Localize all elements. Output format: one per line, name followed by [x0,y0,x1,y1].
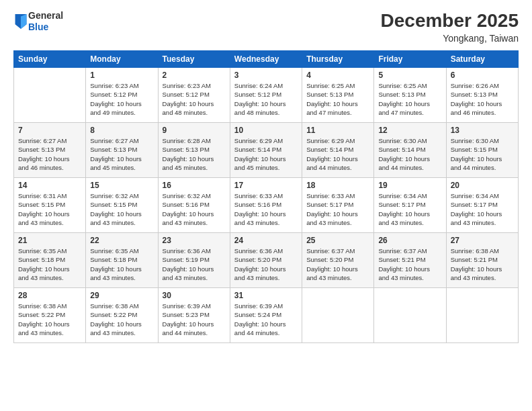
calendar-cell: 10Sunrise: 6:29 AMSunset: 5:14 PMDayligh… [230,123,302,178]
calendar-cell [374,288,446,343]
day-number: 1 [90,71,153,80]
location: Yongkang, Taiwan [381,33,519,44]
calendar-cell: 17Sunrise: 6:33 AMSunset: 5:16 PMDayligh… [230,178,302,233]
day-number: 17 [234,181,298,190]
day-number: 3 [234,71,298,80]
calendar-cell: 14Sunrise: 6:31 AMSunset: 5:15 PMDayligh… [14,178,86,233]
day-info: Sunrise: 6:39 AMSunset: 5:24 PMDaylight:… [234,302,298,337]
day-number: 6 [451,71,514,80]
day-number: 15 [90,181,153,190]
month-title: December 2025 [381,10,519,32]
calendar-header-cell: Saturday [446,51,518,68]
day-info: Sunrise: 6:36 AMSunset: 5:20 PMDaylight:… [234,246,298,282]
page: General Blue December 2025 Yongkang, Tai… [0,0,532,411]
calendar-week-row: 14Sunrise: 6:31 AMSunset: 5:15 PMDayligh… [14,178,519,233]
calendar-cell: 9Sunrise: 6:28 AMSunset: 5:13 PMDaylight… [158,123,230,178]
calendar-cell: 1Sunrise: 6:23 AMSunset: 5:12 PMDaylight… [86,68,158,123]
calendar-cell [302,288,374,343]
day-number: 5 [378,71,441,80]
day-info: Sunrise: 6:32 AMSunset: 5:15 PMDaylight:… [90,191,153,227]
calendar-table: SundayMondayTuesdayWednesdayThursdayFrid… [13,50,519,343]
calendar-cell: 21Sunrise: 6:35 AMSunset: 5:18 PMDayligh… [14,233,86,288]
svg-marker-1 [21,14,26,29]
logo: General Blue [13,10,63,33]
calendar-cell: 27Sunrise: 6:38 AMSunset: 5:21 PMDayligh… [446,233,518,288]
logo-blue: Blue [28,21,63,33]
day-info: Sunrise: 6:38 AMSunset: 5:21 PMDaylight:… [451,246,514,282]
calendar-cell: 28Sunrise: 6:38 AMSunset: 5:22 PMDayligh… [14,288,86,343]
logo-icon [15,14,27,29]
day-info: Sunrise: 6:33 AMSunset: 5:17 PMDaylight:… [306,191,369,227]
calendar-header-cell: Sunday [14,51,86,68]
calendar-week-row: 21Sunrise: 6:35 AMSunset: 5:18 PMDayligh… [14,233,519,288]
calendar-header-row: SundayMondayTuesdayWednesdayThursdayFrid… [14,51,519,68]
calendar-week-row: 1Sunrise: 6:23 AMSunset: 5:12 PMDaylight… [14,68,519,123]
calendar-cell [14,68,86,123]
calendar-header-cell: Wednesday [230,51,302,68]
day-number: 21 [18,236,81,245]
day-info: Sunrise: 6:32 AMSunset: 5:16 PMDaylight:… [163,191,226,227]
day-number: 11 [306,126,369,135]
day-info: Sunrise: 6:35 AMSunset: 5:18 PMDaylight:… [18,246,81,282]
day-info: Sunrise: 6:30 AMSunset: 5:15 PMDaylight:… [451,136,514,172]
calendar-cell: 23Sunrise: 6:36 AMSunset: 5:19 PMDayligh… [158,233,230,288]
calendar-cell [446,288,518,343]
day-info: Sunrise: 6:39 AMSunset: 5:23 PMDaylight:… [163,302,226,337]
day-info: Sunrise: 6:26 AMSunset: 5:13 PMDaylight:… [451,81,514,117]
day-number: 23 [163,236,226,245]
calendar-cell: 18Sunrise: 6:33 AMSunset: 5:17 PMDayligh… [302,178,374,233]
day-number: 14 [18,181,81,190]
calendar-cell: 8Sunrise: 6:27 AMSunset: 5:13 PMDaylight… [86,123,158,178]
calendar-cell: 24Sunrise: 6:36 AMSunset: 5:20 PMDayligh… [230,233,302,288]
day-number: 9 [163,126,226,135]
calendar-cell: 2Sunrise: 6:23 AMSunset: 5:12 PMDaylight… [158,68,230,123]
calendar-cell: 25Sunrise: 6:37 AMSunset: 5:20 PMDayligh… [302,233,374,288]
header: General Blue December 2025 Yongkang, Tai… [13,10,519,44]
day-info: Sunrise: 6:38 AMSunset: 5:22 PMDaylight:… [90,302,153,337]
day-info: Sunrise: 6:23 AMSunset: 5:12 PMDaylight:… [90,81,153,117]
day-info: Sunrise: 6:37 AMSunset: 5:20 PMDaylight:… [306,246,369,282]
calendar-week-row: 7Sunrise: 6:27 AMSunset: 5:13 PMDaylight… [14,123,519,178]
calendar-cell: 20Sunrise: 6:34 AMSunset: 5:17 PMDayligh… [446,178,518,233]
calendar-header-cell: Thursday [302,51,374,68]
day-info: Sunrise: 6:37 AMSunset: 5:21 PMDaylight:… [378,246,441,282]
calendar-cell: 4Sunrise: 6:25 AMSunset: 5:13 PMDaylight… [302,68,374,123]
calendar-cell: 13Sunrise: 6:30 AMSunset: 5:15 PMDayligh… [446,123,518,178]
calendar-cell: 22Sunrise: 6:35 AMSunset: 5:18 PMDayligh… [86,233,158,288]
day-number: 8 [90,126,153,135]
day-info: Sunrise: 6:25 AMSunset: 5:13 PMDaylight:… [306,81,369,117]
calendar-cell: 5Sunrise: 6:25 AMSunset: 5:13 PMDaylight… [374,68,446,123]
day-number: 2 [163,71,226,80]
day-number: 31 [234,291,298,300]
day-number: 29 [90,291,153,300]
day-info: Sunrise: 6:33 AMSunset: 5:16 PMDaylight:… [234,191,298,227]
day-number: 28 [18,291,81,300]
calendar-cell: 15Sunrise: 6:32 AMSunset: 5:15 PMDayligh… [86,178,158,233]
day-number: 24 [234,236,298,245]
day-number: 12 [378,126,441,135]
day-info: Sunrise: 6:29 AMSunset: 5:14 PMDaylight:… [234,136,298,172]
day-number: 7 [18,126,81,135]
day-number: 22 [90,236,153,245]
calendar-cell: 26Sunrise: 6:37 AMSunset: 5:21 PMDayligh… [374,233,446,288]
calendar-cell: 30Sunrise: 6:39 AMSunset: 5:23 PMDayligh… [158,288,230,343]
calendar-cell: 11Sunrise: 6:29 AMSunset: 5:14 PMDayligh… [302,123,374,178]
day-info: Sunrise: 6:25 AMSunset: 5:13 PMDaylight:… [378,81,441,117]
calendar-cell: 12Sunrise: 6:30 AMSunset: 5:14 PMDayligh… [374,123,446,178]
day-info: Sunrise: 6:27 AMSunset: 5:13 PMDaylight:… [18,136,81,172]
calendar-cell: 31Sunrise: 6:39 AMSunset: 5:24 PMDayligh… [230,288,302,343]
day-info: Sunrise: 6:30 AMSunset: 5:14 PMDaylight:… [378,136,441,172]
day-number: 13 [451,126,514,135]
day-number: 10 [234,126,298,135]
day-number: 19 [378,181,441,190]
calendar-cell: 29Sunrise: 6:38 AMSunset: 5:22 PMDayligh… [86,288,158,343]
day-number: 27 [451,236,514,245]
day-number: 4 [306,71,369,80]
day-info: Sunrise: 6:34 AMSunset: 5:17 PMDaylight:… [378,191,441,227]
calendar-cell: 19Sunrise: 6:34 AMSunset: 5:17 PMDayligh… [374,178,446,233]
day-info: Sunrise: 6:29 AMSunset: 5:14 PMDaylight:… [306,136,369,172]
day-info: Sunrise: 6:34 AMSunset: 5:17 PMDaylight:… [451,191,514,227]
day-number: 20 [451,181,514,190]
day-number: 18 [306,181,369,190]
calendar-cell: 16Sunrise: 6:32 AMSunset: 5:16 PMDayligh… [158,178,230,233]
